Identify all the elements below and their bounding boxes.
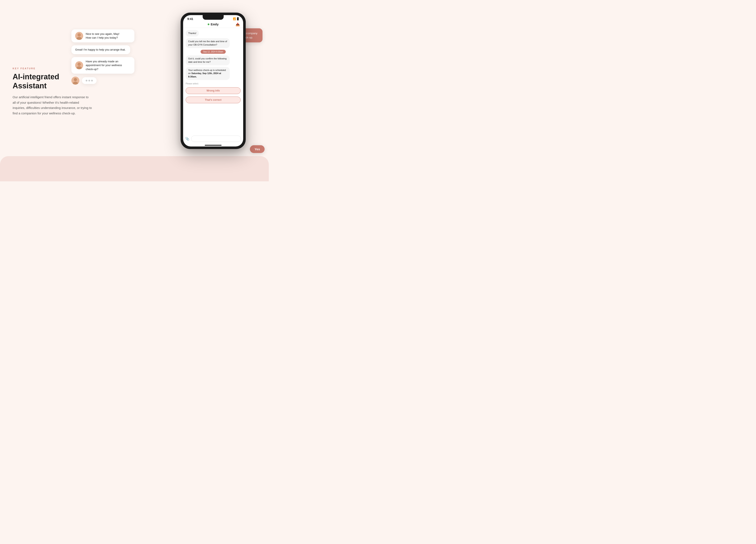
avatar-typing (71, 77, 79, 85)
float-bubble-3: Have you already made an appointment for… (71, 57, 134, 74)
float-line-1: Nice to see you again, May! (86, 32, 119, 36)
attach-icon[interactable]: 📎 (185, 137, 189, 141)
battery-icon: ▊ (237, 17, 239, 20)
typing-indicator (82, 77, 97, 84)
status-icons: 📶 ▊ (233, 17, 239, 20)
chat-messages: Thanks! Could you tell me the date and t… (183, 28, 243, 134)
float-bubble-3-text: Have you already made an appointment for… (86, 60, 131, 71)
chat-header-name: Emily (211, 23, 218, 26)
msg-obgyn: Could you tell me the date and time of y… (186, 38, 230, 48)
dot-3 (91, 80, 93, 81)
avatar-1 (75, 32, 83, 40)
svg-point-9 (74, 78, 77, 81)
thats-correct-btn[interactable]: That's correct (186, 97, 241, 103)
online-dot (208, 24, 209, 25)
dot-1 (86, 80, 87, 81)
float-bubble-1-text: Nice to see you again, May! How can I he… (86, 32, 119, 40)
yes-bubble: Yes (250, 145, 265, 153)
phone-screen: 9:41 📶 ▊ Emily 📤 Thanks! Could you tell … (183, 15, 243, 147)
description-text: Our artificial intelligent friend offers… (13, 95, 92, 116)
msg-date: Sep 12, 2024 8:30am (201, 50, 226, 54)
phone-wrapper: 9:41 📶 ▊ Emily 📤 Thanks! Could you tell … (181, 13, 246, 149)
yes-text: Yes (255, 147, 260, 151)
float-bubble-2-text: Great! I'm happy to help you arrange tha… (75, 48, 126, 52)
avatar-3 (75, 61, 83, 69)
svg-point-7 (78, 63, 80, 66)
wifi-icon: 📶 (233, 17, 236, 20)
msg-confirm-ask: Got it, could you confirm the following … (186, 55, 230, 65)
select-label: Please select: (186, 83, 199, 85)
msg-thanks: Thanks! (186, 30, 199, 37)
msg-scheduled: Your wellness check-up is scheduled on S… (186, 67, 230, 80)
status-time: 9:41 (187, 17, 193, 21)
home-indicator (205, 145, 222, 146)
phone-frame: 9:41 📶 ▊ Emily 📤 Thanks! Could you tell … (181, 13, 246, 149)
wrong-info-btn[interactable]: Wrong info (186, 87, 241, 94)
svg-point-3 (78, 34, 80, 36)
bottom-pink-section (0, 156, 269, 181)
chat-input[interactable] (191, 136, 241, 142)
dot-2 (88, 80, 90, 81)
float-line-2: How can I help you today? (86, 36, 119, 40)
msg-bold-date: Saturday, Sep 12th, 2024 at 8:30am. (188, 72, 221, 78)
floating-bubbles: Nice to see you again, May! How can I he… (71, 29, 134, 85)
chat-header: Emily 📤 (183, 21, 243, 28)
float-bubble-1: Nice to see you again, May! How can I he… (71, 29, 134, 42)
float-bubble-2: Great! I'm happy to help you arrange tha… (71, 45, 130, 54)
chat-input-bar: 📎 (183, 134, 243, 145)
phone-notch (203, 15, 224, 20)
share-icon[interactable]: 📤 (236, 22, 240, 26)
